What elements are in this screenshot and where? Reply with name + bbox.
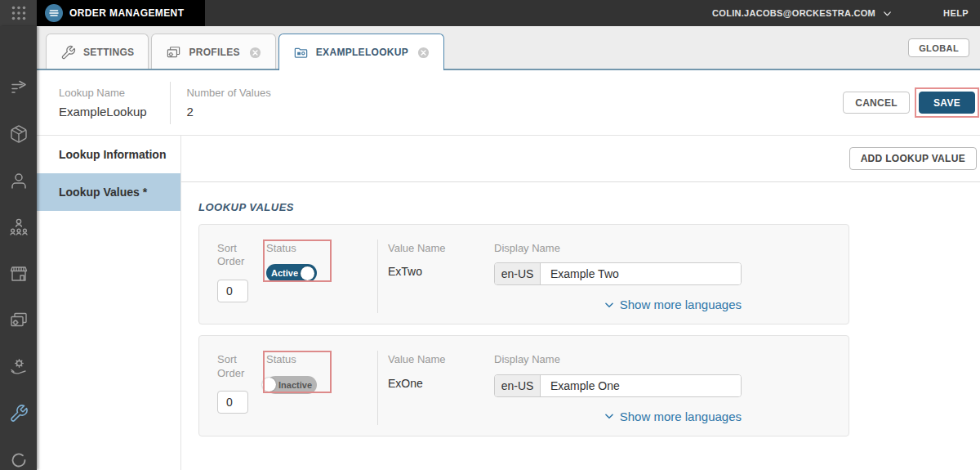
record-header: Lookup Name ExampleLookup Number of Valu… [37, 70, 980, 136]
locale-tag: en-US [495, 375, 541, 396]
save-button[interactable]: SAVE [919, 92, 975, 114]
sort-order-field: Sort Order [217, 242, 263, 302]
toggle-knob [262, 378, 276, 392]
value-name-value: ExTwo [388, 265, 486, 278]
tab-label: PROFILES [189, 47, 239, 58]
tab-settings[interactable]: SETTINGS [46, 34, 149, 70]
tab-label: EXAMPLELOOKUP [316, 47, 408, 58]
sort-order-input[interactable] [217, 391, 248, 414]
help-button[interactable]: HELP [943, 0, 969, 26]
sort-order-field: Sort Order [217, 353, 263, 414]
lookup-value-card: Sort Order Status Active [198, 224, 849, 325]
lookup-value-card: Sort Order Status Inactive [198, 335, 849, 436]
status-toggle[interactable]: Inactive [266, 376, 317, 394]
lookup-values-section: LOOKUP VALUES Sort Order Status Active [181, 182, 980, 436]
lookup-folder-icon [293, 45, 309, 60]
header-divider [170, 82, 171, 124]
wrench-icon [60, 45, 76, 60]
service-gear-icon[interactable] [8, 356, 29, 378]
section-title: LOOKUP VALUES [198, 201, 980, 213]
status-field: Status Inactive [266, 353, 356, 393]
chevron-down-icon [882, 8, 893, 19]
customer-icon[interactable] [8, 170, 29, 191]
orders-flow-icon[interactable] [8, 77, 29, 98]
sort-order-label: Sort Order [217, 242, 263, 269]
card-divider [377, 239, 378, 313]
user-menu[interactable]: COLIN.JACOBS@ORCKESTRA.COM [712, 0, 893, 26]
menu-hamburger-icon[interactable] [45, 4, 63, 22]
value-name-label: Value Name [388, 353, 486, 366]
organization-icon[interactable] [8, 217, 29, 238]
refresh-icon[interactable] [8, 450, 29, 470]
locale-tag: en-US [495, 263, 541, 284]
status-toggle-label: Active [269, 268, 301, 278]
topbar-spacer [205, 0, 712, 26]
display-name-field: Display Name en-US Show more languages [494, 242, 742, 311]
locale-input-group: en-US [494, 374, 742, 397]
sidebar [0, 26, 37, 470]
tab-label: SETTINGS [83, 47, 134, 58]
value-name-label: Value Name [388, 242, 486, 255]
status-label: Status [266, 242, 356, 255]
profiles-folder-icon [166, 45, 181, 60]
close-icon[interactable] [417, 47, 430, 59]
lookup-name-value: ExampleLookup [59, 105, 147, 119]
store-icon[interactable] [8, 263, 29, 284]
chevron-down-icon [604, 299, 615, 311]
status-toggle[interactable]: Active [266, 264, 317, 282]
display-name-field: Display Name en-US Show more languages [494, 353, 742, 423]
save-annotation-box: SAVE [915, 87, 979, 118]
value-name-field: Value Name ExTwo [388, 242, 486, 278]
main-panel: ADD LOOKUP VALUE LOOKUP VALUES Sort Orde… [181, 136, 980, 470]
display-name-label: Display Name [494, 353, 742, 366]
profiles-icon[interactable] [8, 310, 29, 331]
toolbar: ADD LOOKUP VALUE [181, 136, 980, 182]
lookup-name-field: Lookup Name ExampleLookup [59, 87, 147, 119]
sort-order-input[interactable] [217, 280, 248, 302]
show-more-label: Show more languages [620, 298, 742, 311]
grid-icon [10, 4, 28, 22]
app-row: SETTINGS PROFILES [0, 26, 980, 470]
brand: ORDER MANAGEMENT [37, 0, 205, 26]
show-more-languages-link[interactable]: Show more languages [604, 298, 742, 311]
toggle-knob [301, 266, 314, 280]
locale-input-group: en-US [494, 262, 742, 285]
show-more-languages-link[interactable]: Show more languages [604, 410, 742, 423]
value-name-field: Value Name ExOne [388, 353, 486, 389]
body-row: Lookup Information Lookup Values * ADD L… [37, 136, 980, 470]
number-of-values-value: 2 [187, 105, 271, 119]
app-title: ORDER MANAGEMENT [69, 7, 184, 19]
number-of-values-label: Number of Values [187, 87, 271, 99]
left-nav-panel: Lookup Information Lookup Values * [37, 136, 181, 470]
status-label: Status [266, 353, 356, 366]
app-grid-button[interactable] [0, 0, 37, 26]
topbar: ORDER MANAGEMENT COLIN.JACOBS@ORCKESTRA.… [0, 0, 980, 26]
lookup-name-label: Lookup Name [59, 87, 147, 99]
sort-order-label: Sort Order [217, 353, 263, 380]
display-name-label: Display Name [494, 242, 742, 255]
display-name-input[interactable] [541, 263, 741, 284]
status-toggle-label: Inactive [276, 380, 314, 390]
package-icon[interactable] [8, 123, 29, 145]
tab-bar: SETTINGS PROFILES [37, 26, 980, 70]
tab-profiles[interactable]: PROFILES [151, 34, 275, 70]
user-email: COLIN.JACOBS@ORCKESTRA.COM [712, 8, 875, 18]
tab-examplelookup[interactable]: EXAMPLELOOKUP [278, 34, 444, 70]
value-name-value: ExOne [388, 377, 486, 390]
card-divider [377, 351, 378, 424]
global-scope-button[interactable]: GLOBAL [908, 38, 969, 57]
cancel-button[interactable]: CANCEL [843, 92, 910, 114]
status-field: Status Active [266, 242, 356, 282]
nav-item-lookup-information[interactable]: Lookup Information [37, 136, 180, 173]
settings-wrench-icon[interactable] [8, 403, 29, 424]
chevron-down-icon [604, 410, 615, 422]
content: SETTINGS PROFILES [37, 26, 980, 470]
add-lookup-value-button[interactable]: ADD LOOKUP VALUE [849, 147, 977, 170]
show-more-label: Show more languages [620, 410, 742, 423]
nav-item-lookup-values[interactable]: Lookup Values * [37, 173, 180, 211]
tab-underline [37, 69, 980, 70]
close-icon[interactable] [249, 47, 261, 59]
display-name-input[interactable] [541, 375, 741, 396]
number-of-values-field: Number of Values 2 [187, 87, 271, 119]
